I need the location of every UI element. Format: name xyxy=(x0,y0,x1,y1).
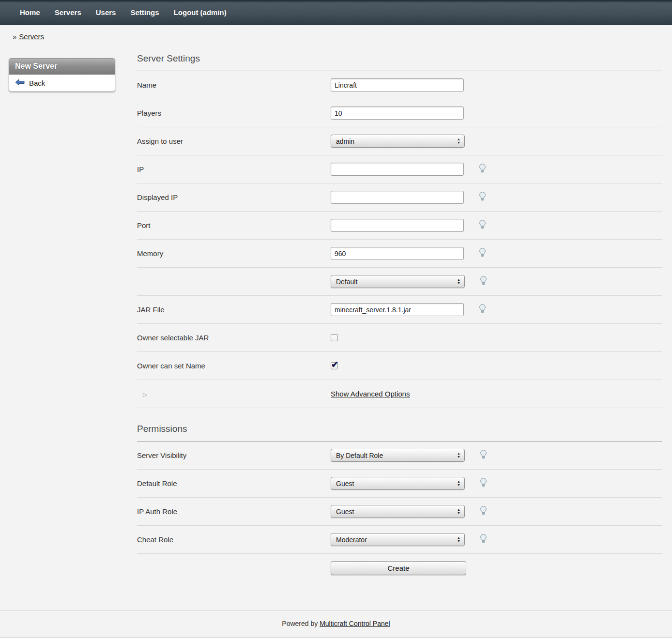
form-row-assign-to-user: Assign to user admin ▲▼ xyxy=(137,127,662,155)
form-row-server-visibility: Server Visibility By Default Role ▲▼ xyxy=(137,442,662,470)
form-row-jar-file: JAR File xyxy=(137,296,662,324)
players-input[interactable] xyxy=(331,107,464,120)
port-label: Port xyxy=(137,221,331,229)
memory-label: Memory xyxy=(137,249,331,258)
ip-auth-role-select[interactable]: Guest ▲▼ xyxy=(331,505,465,518)
players-label: Players xyxy=(137,109,331,117)
page-footer: Powered by Multicraft Control Panel xyxy=(0,610,672,638)
server-visibility-label: Server Visibility xyxy=(137,451,331,459)
form-row-name: Name xyxy=(137,71,662,99)
form-row-default-role: Default Role Guest ▲▼ xyxy=(137,470,662,498)
nav-item-logout[interactable]: Logout (admin) xyxy=(167,8,234,16)
show-advanced-options-link[interactable]: Show Advanced Options xyxy=(331,390,410,398)
jar-file-help-bulb-icon[interactable] xyxy=(477,304,488,316)
form-row-memory: Memory xyxy=(137,240,662,268)
default-role-label: Default Role xyxy=(137,479,331,488)
create-button[interactable]: Create xyxy=(331,561,466,575)
form-row-port: Port xyxy=(137,212,662,240)
main-content: Server Settings Name Players Assign to u… xyxy=(137,53,662,582)
port-input[interactable] xyxy=(331,219,464,232)
jar-preset-select[interactable]: Default ▲▼ xyxy=(331,275,465,288)
jar-preset-select-value: Default xyxy=(336,278,357,286)
jar-file-label: JAR File xyxy=(137,305,331,314)
form-row-jar-preset: Default ▲▼ xyxy=(137,268,662,296)
server-settings-heading: Server Settings xyxy=(137,53,662,71)
sidebar-title: New Server xyxy=(9,59,115,75)
ip-help-bulb-icon[interactable] xyxy=(477,163,488,175)
nav-item-servers[interactable]: Servers xyxy=(47,8,89,16)
select-arrows-icon: ▲▼ xyxy=(457,452,460,458)
server-visibility-select[interactable]: By Default Role ▲▼ xyxy=(331,449,465,462)
memory-help-bulb-icon[interactable] xyxy=(477,247,488,259)
assign-to-user-select-value: admin xyxy=(336,137,354,145)
form-row-owner-selectable-jar: Owner selectable JAR ✔ xyxy=(137,324,662,352)
ip-input[interactable] xyxy=(331,163,464,176)
default-role-select[interactable]: Guest ▲▼ xyxy=(331,477,465,490)
form-row-owner-can-set-name: Owner can set Name ✔ xyxy=(137,352,662,380)
form-row-advanced-options: ▷ Show Advanced Options xyxy=(137,380,662,408)
select-arrows-icon: ▲▼ xyxy=(457,536,460,543)
permissions-heading: Permissions xyxy=(137,424,662,442)
sidebar: New Server Back xyxy=(9,58,115,92)
ip-label: IP xyxy=(137,165,331,173)
owner-can-set-name-label: Owner can set Name xyxy=(137,362,331,370)
breadcrumb-separator: » xyxy=(13,32,16,41)
default-role-select-value: Guest xyxy=(336,480,354,488)
default-role-help-bulb-icon[interactable] xyxy=(478,477,489,489)
select-arrows-icon: ▲▼ xyxy=(457,480,460,487)
footer-text: Powered by xyxy=(282,620,318,627)
server-visibility-select-value: By Default Role xyxy=(336,452,383,459)
nav-item-home[interactable]: Home xyxy=(13,8,47,16)
page-bottom-divider xyxy=(0,638,672,640)
select-arrows-icon: ▲▼ xyxy=(457,278,460,285)
form-row-displayed-ip: Displayed IP xyxy=(137,183,662,212)
back-arrow-icon xyxy=(15,79,25,87)
checkmark-icon: ✔ xyxy=(331,359,338,370)
memory-input[interactable] xyxy=(331,247,464,260)
ip-auth-role-label: IP Auth Role xyxy=(137,507,331,516)
breadcrumb-servers-link[interactable]: Servers xyxy=(19,32,44,41)
owner-can-set-name-checkbox[interactable]: ✔ xyxy=(331,362,338,369)
select-arrows-icon: ▲▼ xyxy=(457,138,460,144)
ip-auth-role-help-bulb-icon[interactable] xyxy=(478,505,489,518)
cheat-role-help-bulb-icon[interactable] xyxy=(478,533,489,546)
port-help-bulb-icon[interactable] xyxy=(477,219,488,231)
server-visibility-help-bulb-icon[interactable] xyxy=(478,449,489,461)
multicraft-link[interactable]: Multicraft Control Panel xyxy=(320,620,390,627)
top-navbar: Home Servers Users Settings Logout (admi… xyxy=(0,0,672,25)
breadcrumb: »Servers xyxy=(0,25,672,41)
displayed-ip-help-bulb-icon[interactable] xyxy=(477,191,488,203)
back-button-label: Back xyxy=(29,79,45,87)
displayed-ip-input[interactable] xyxy=(331,191,464,204)
cheat-role-label: Cheat Role xyxy=(137,535,331,544)
owner-selectable-jar-checkbox[interactable]: ✔ xyxy=(331,334,338,341)
ip-auth-role-select-value: Guest xyxy=(336,508,354,516)
cheat-role-select[interactable]: Moderator ▲▼ xyxy=(331,533,465,546)
assign-to-user-label: Assign to user xyxy=(137,137,331,145)
displayed-ip-label: Displayed IP xyxy=(137,193,331,201)
jar-preset-help-bulb-icon[interactable] xyxy=(478,275,489,288)
assign-to-user-select[interactable]: admin ▲▼ xyxy=(331,135,465,148)
jar-file-input[interactable] xyxy=(331,303,464,316)
form-row-players: Players xyxy=(137,99,662,127)
owner-selectable-jar-label: Owner selectable JAR xyxy=(137,334,331,342)
form-row-cheat-role: Cheat Role Moderator ▲▼ xyxy=(137,526,662,554)
form-row-ip-auth-role: IP Auth Role Guest ▲▼ xyxy=(137,498,662,526)
select-arrows-icon: ▲▼ xyxy=(457,508,460,515)
expand-triangle-icon[interactable]: ▷ xyxy=(137,391,147,398)
nav-item-users[interactable]: Users xyxy=(89,8,123,16)
form-row-ip: IP xyxy=(137,155,662,183)
nav-item-settings[interactable]: Settings xyxy=(123,8,166,16)
name-input[interactable] xyxy=(331,78,464,91)
cheat-role-select-value: Moderator xyxy=(336,536,367,544)
form-row-create: Create xyxy=(137,554,662,582)
back-button[interactable]: Back xyxy=(9,75,115,91)
name-label: Name xyxy=(137,81,331,89)
